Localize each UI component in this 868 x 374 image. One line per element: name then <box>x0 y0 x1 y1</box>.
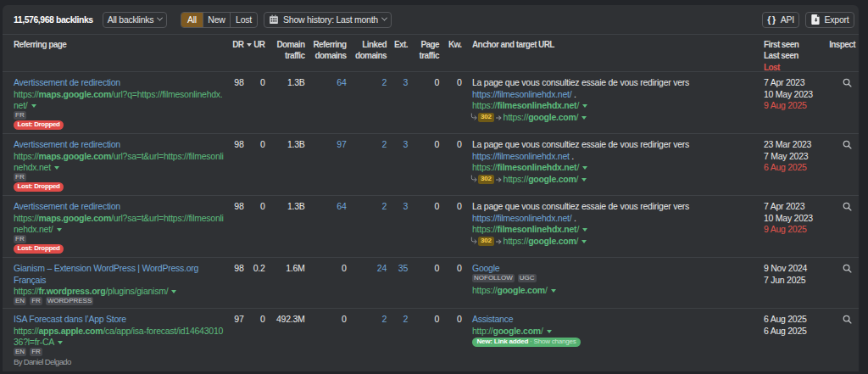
referring-page-title-link[interactable]: Gianism – Extension WordPress | WordPres… <box>14 263 198 285</box>
segment-lost[interactable]: Lost <box>230 13 257 27</box>
show-history-dropdown[interactable]: Show history: Last month <box>264 12 392 28</box>
file-download-icon <box>811 14 821 25</box>
inspect-button[interactable] <box>842 201 853 215</box>
anchor-link[interactable]: Assistance <box>472 314 513 324</box>
referring-page-title-link[interactable]: Avertissement de redirection <box>14 139 120 149</box>
target-url-line: https://filmesonlinehdx.net/ <box>472 224 753 236</box>
referring-page-url-link[interactable]: https://maps.google.com/url?sa=t&url=htt… <box>14 151 224 173</box>
page-traffic-value: 0 <box>408 77 439 134</box>
dr-value: 97 <box>226 314 244 371</box>
new-badge-label: New: Link added <box>477 338 529 346</box>
inspect-cell <box>823 263 860 309</box>
url-scheme: https:// <box>472 224 498 234</box>
first-seen-date: 7 Apr 2023 <box>764 77 823 89</box>
target-url-line: http://google.com/ <box>472 326 753 338</box>
api-button[interactable]: { } API <box>762 12 799 28</box>
redirect-chain: 302https://google.com/ <box>472 174 753 186</box>
page-traffic-value: 0 <box>408 314 439 371</box>
last-seen-date: 10 May 2023 <box>764 89 823 101</box>
referring-domains-value-link[interactable]: 97 <box>337 139 346 149</box>
url-domain: google.com <box>528 112 576 122</box>
inspect-button[interactable] <box>842 314 853 328</box>
redirect-target-url-link[interactable]: https://google.com/ <box>504 174 587 186</box>
target-url-link[interactable]: https://filmesonlinehdx.net/ <box>472 162 587 172</box>
segment-label: Lost <box>236 14 252 25</box>
referring-page-cell: Avertissement de redirectionhttps://maps… <box>3 77 226 134</box>
referring-domains-value-link[interactable]: 64 <box>337 201 346 211</box>
redirect-target-url-link[interactable]: https://google.com/ <box>504 112 587 124</box>
segment-new[interactable]: New <box>203 13 230 27</box>
kw-value: 0 <box>439 139 462 196</box>
lost-badge-line: Lost: Dropped <box>14 120 226 130</box>
referring-page-url-line: https://maps.google.com/url?sa=t&url=htt… <box>14 151 226 174</box>
referring-page-url-link[interactable]: https://fr.wordpress.org/plugins/gianism… <box>14 286 176 296</box>
referring-page-url-link[interactable]: https://apps.apple.com/ca/app/isa-foreca… <box>14 326 223 348</box>
language-badge: FR <box>14 235 26 243</box>
anchor-target-cell: La page que vous consultiez essaie de vo… <box>462 77 758 134</box>
redirect-elbow-icon <box>470 112 477 124</box>
url-domain: google.com <box>498 285 545 295</box>
url-scheme: https:// <box>504 174 529 184</box>
column-header-inspect: Inspect <box>823 39 860 74</box>
anchor-link[interactable]: https://filmesonlinehdx.net/ <box>472 89 571 99</box>
target-url-link[interactable]: https://filmesonlinehdx.net/ <box>472 224 587 234</box>
linked-domains-value: 2 <box>347 77 387 134</box>
backlinks-type-dropdown-label: All backlinks <box>108 14 154 25</box>
url-domain: filmesonlinehdx.net <box>498 162 577 172</box>
inspect-button[interactable] <box>842 263 853 277</box>
export-button[interactable]: Export <box>805 12 854 28</box>
referring-page-title-link[interactable]: Avertissement de redirection <box>14 77 120 87</box>
dates-cell: 6 Aug 20256 Aug 2025 <box>758 314 823 371</box>
show-changes-link[interactable]: · Show changes <box>528 338 576 346</box>
kw-value: 0 <box>439 201 462 258</box>
referring-page-url-link[interactable]: https://maps.google.com/url?sa=t&url=htt… <box>14 213 224 235</box>
referring-page-title-link[interactable]: ISA Forecast dans l’App Store <box>14 314 126 324</box>
anchor-link-line: https://filmesonlinehdx.net . <box>472 151 753 163</box>
referring-domains-value-link[interactable]: 64 <box>337 77 346 87</box>
inspect-button[interactable] <box>842 77 853 92</box>
link-options-caret-icon <box>54 166 59 170</box>
backlink-status-segmented-control: All New Lost <box>181 12 258 28</box>
column-header-dr[interactable]: DR <box>226 39 244 74</box>
ur-value: 0 <box>244 77 265 134</box>
referring-page-title-link[interactable]: Avertissement de redirection <box>14 201 120 211</box>
target-url-line: https://filmesonlinehdx.net/ <box>472 162 753 174</box>
anchor-text-suffix: . <box>571 213 576 223</box>
target-url-link[interactable]: http://google.com/ <box>472 326 552 336</box>
new-link-added-badge[interactable]: New: Link added · Show changes <box>472 338 581 347</box>
referring-page-cell: Gianism – Extension WordPress | WordPres… <box>3 263 226 309</box>
language-badge: EN <box>14 348 26 356</box>
column-header-page_traffic: Page traffic <box>408 39 439 74</box>
redirect-target-url-link[interactable]: https://google.com/ <box>504 236 587 248</box>
chevron-down-icon <box>157 14 163 20</box>
backlinks-type-dropdown[interactable]: All backlinks <box>103 12 167 28</box>
domain-traffic-value: 492.3M <box>265 314 305 371</box>
url-domain: apps.apple.com <box>39 326 103 336</box>
linked-domains-value: 2 <box>347 314 387 371</box>
ur-value: 0 <box>244 314 265 371</box>
segment-all[interactable]: All <box>181 13 203 27</box>
referring-page-url-link[interactable]: https://maps.google.com/url?q=https://fi… <box>14 89 222 111</box>
inspect-button[interactable] <box>842 139 853 154</box>
anchor-link[interactable]: Google <box>472 263 499 273</box>
column-header-line: First seen <box>764 39 823 51</box>
target-url-link[interactable]: https://filmesonlinehdx.net/ <box>472 100 587 110</box>
language-badge: FR <box>14 173 26 181</box>
linked-domains-value-link[interactable]: 24 <box>377 263 387 273</box>
column-header-ext: Ext. <box>387 39 408 74</box>
column-header-label: DR <box>232 40 243 49</box>
link-options-caret-icon <box>581 178 587 181</box>
link-options-caret-icon <box>581 240 587 243</box>
page-traffic-value: 0 <box>408 263 439 309</box>
link-options-caret-icon <box>57 228 62 232</box>
anchor-link[interactable]: https://filmesonlinehdx.net/ <box>472 213 571 223</box>
anchor-link-line: https://filmesonlinehdx.net/ . <box>472 213 753 225</box>
language-badge: EN <box>14 297 26 305</box>
anchor-link[interactable]: https://filmesonlinehdx.net <box>472 151 570 161</box>
target-url-link[interactable]: https://google.com/ <box>472 285 556 295</box>
ext-links-value-link[interactable]: 35 <box>398 263 408 273</box>
dates-cell: 9 Nov 20247 Jun 2025 <box>758 263 823 309</box>
column-header-dates: First seenLast seenLost <box>758 39 823 74</box>
backlinks-count: 11,576,968 backlinks <box>14 14 103 25</box>
url-scheme: https:// <box>472 100 498 110</box>
